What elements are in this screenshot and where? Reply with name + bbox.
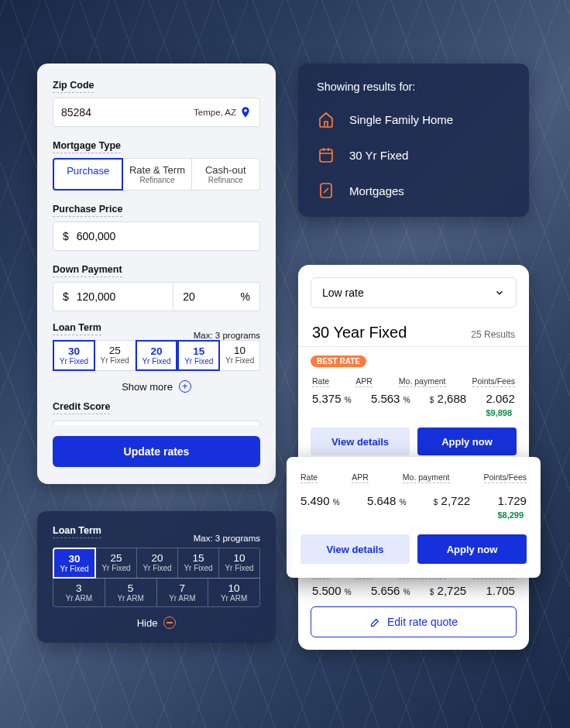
chevron-down-icon xyxy=(494,287,505,298)
loan-term-label: Loan Term xyxy=(53,525,101,538)
results-row-mortgages: Mortgages xyxy=(317,181,510,200)
mortgage-type-cashout[interactable]: Cash-out Refinance xyxy=(192,158,260,191)
location-pin-icon xyxy=(239,106,252,118)
apr-label: APR xyxy=(355,376,373,387)
loan-term-option-10yrfixed[interactable]: 10Yr Fixed xyxy=(220,340,260,371)
svg-rect-0 xyxy=(320,149,332,162)
sort-select[interactable]: Low rate xyxy=(311,277,517,308)
loan-term-option-20yrfixed[interactable]: 20Yr Fixed xyxy=(136,340,178,371)
mortgage-form-card: Zip Code 85284 Tempe, AZ Mortgage Type P… xyxy=(37,64,276,484)
purchase-price-label: Purchase Price xyxy=(53,204,122,217)
zip-city: Tempe, AZ xyxy=(194,106,252,118)
loan-term-max: Max: 3 programs xyxy=(194,534,260,543)
rate-label: Rate xyxy=(312,376,329,387)
apply-now-button[interactable]: Apply now xyxy=(417,534,527,564)
loan-term-option-25yrfixed[interactable]: 25Yr Fixed xyxy=(95,340,136,371)
edit-rate-quote-button[interactable]: Edit rate quote xyxy=(311,606,517,637)
results-row-home: Single Family Home xyxy=(317,110,510,129)
show-more-button[interactable]: Show more + xyxy=(53,371,260,396)
loan-term-row-arm: 3Yr ARM5Yr ARM7Yr ARM10Yr ARM xyxy=(53,578,260,607)
loan-term-option-20yrfixed[interactable]: 20Yr Fixed xyxy=(137,548,178,579)
zip-input[interactable]: 85284 Tempe, AZ xyxy=(53,98,260,127)
results-row-term: 30 Yr Fixed xyxy=(317,146,510,164)
best-rate-badge: BEST RATE xyxy=(311,355,366,367)
mortgage-type-purchase[interactable]: Purchase xyxy=(53,158,123,191)
down-payment-percent-input[interactable]: 20% xyxy=(173,282,260,311)
loan-term-row-fixed: 30Yr Fixed25Yr Fixed20Yr Fixed15Yr Fixed… xyxy=(53,548,260,579)
update-rates-button[interactable]: Update rates xyxy=(53,436,260,467)
loan-term-option-3yrarm[interactable]: 3Yr ARM xyxy=(53,578,105,607)
view-details-button[interactable]: View details xyxy=(311,428,410,455)
loan-term-option-15yrfixed[interactable]: 15Yr Fixed xyxy=(178,548,219,579)
loan-term-option-10yrfixed[interactable]: 10Yr Fixed xyxy=(219,548,260,579)
mortgage-type-rate-term[interactable]: Rate & Term Refinance xyxy=(123,158,191,191)
zip-label: Zip Code xyxy=(53,80,94,93)
loan-term-option-7yrarm[interactable]: 7Yr ARM xyxy=(157,578,209,607)
loan-term-option-30yrfixed[interactable]: 30Yr Fixed xyxy=(53,548,96,579)
mortgage-type-segment: Purchase Rate & Term Refinance Cash-out … xyxy=(53,158,260,191)
mortgage-type-label: Mortgage Type xyxy=(53,140,121,153)
credit-score-label: Credit Score xyxy=(53,401,110,414)
calendar-icon xyxy=(317,146,335,164)
purchase-price-input[interactable]: $ 600,000 xyxy=(53,221,260,251)
rate-offer-card: Rate APR Mo. payment Points/Fees 5.490 %… xyxy=(287,457,541,578)
loan-term-option-30yrfixed[interactable]: 30Yr Fixed xyxy=(53,340,95,371)
hide-button[interactable]: Hide xyxy=(53,607,260,632)
loan-term-grid: 30Yr Fixed25Yr Fixed20Yr Fixed15Yr Fixed… xyxy=(53,340,260,371)
percent-tag-icon xyxy=(317,181,335,200)
home-icon xyxy=(317,110,335,129)
plus-circle-icon: + xyxy=(179,380,191,393)
results-summary-card: Showing results for: Single Family Home … xyxy=(298,64,529,217)
loan-term-option-25yrfixed[interactable]: 25Yr Fixed xyxy=(96,548,137,579)
results-header: Showing results for: xyxy=(317,81,510,93)
points-fees-label: Points/Fees xyxy=(472,376,515,387)
apply-now-button[interactable]: Apply now xyxy=(417,428,517,455)
view-details-button[interactable]: View details xyxy=(300,534,410,564)
pencil-icon xyxy=(369,616,381,628)
rates-title: 30 Year Fixed xyxy=(312,324,407,342)
rates-count: 25 Results xyxy=(471,329,515,340)
zip-value: 85284 xyxy=(61,106,91,118)
down-payment-amount-input[interactable]: $120,000 xyxy=(53,282,173,311)
loan-term-option-10yrarm[interactable]: 10Yr ARM xyxy=(208,578,260,607)
credit-score-input[interactable] xyxy=(53,421,260,425)
loan-term-option-15yrfixed[interactable]: 15Yr Fixed xyxy=(177,340,220,371)
minus-circle-icon xyxy=(163,616,176,629)
loan-term-option-5yrarm[interactable]: 5Yr ARM xyxy=(105,578,157,607)
loan-term-label: Loan Term xyxy=(53,322,101,335)
loan-term-dark-card: Loan Term Max: 3 programs 30Yr Fixed25Yr… xyxy=(37,511,276,643)
mo-payment-label: Mo. payment xyxy=(399,376,446,387)
loan-term-max: Max: 3 programs xyxy=(194,331,260,340)
down-payment-label: Down Payment xyxy=(53,264,122,277)
